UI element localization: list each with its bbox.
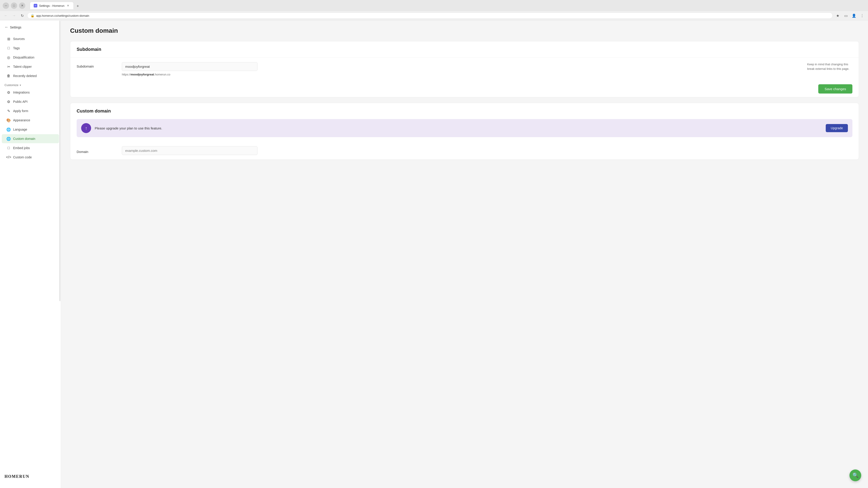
tab-title: Settings - Homerun bbox=[39, 4, 64, 7]
disqualification-icon: ◎ bbox=[6, 55, 11, 60]
upgrade-button[interactable]: Upgrade bbox=[826, 124, 848, 132]
domain-form-label: Domain bbox=[76, 148, 122, 154]
tags-icon: □ bbox=[6, 46, 11, 51]
custom-domain-icon: 🌐 bbox=[6, 136, 11, 141]
active-tab[interactable]: H Settings - Homerun ✕ bbox=[30, 2, 74, 9]
logo-text: HOMERUN bbox=[4, 474, 29, 479]
bookmark-button[interactable]: ★ bbox=[835, 12, 841, 19]
apply-form-icon: ✎ bbox=[6, 109, 11, 113]
sidebar-item-tags[interactable]: □ Tags bbox=[2, 43, 59, 53]
sidebar-item-appearance[interactable]: 🎨 Appearance bbox=[2, 116, 59, 125]
browser-controls: ─ □ ✕ bbox=[3, 2, 25, 9]
maximize-button[interactable]: □ bbox=[11, 2, 17, 9]
sidebar-item-label: Recently deleted bbox=[13, 74, 37, 78]
custom-code-icon: </> bbox=[6, 155, 11, 160]
customize-label: Customize bbox=[4, 84, 18, 87]
forward-navigation-button[interactable]: → bbox=[11, 12, 17, 19]
sidebar-item-custom-domain[interactable]: 🌐 Custom domain bbox=[2, 134, 59, 143]
recently-deleted-icon: 🗑 bbox=[6, 74, 11, 78]
sidebar-item-label: Tags bbox=[13, 46, 20, 50]
sidebar-toggle-button[interactable]: ▭ bbox=[843, 12, 849, 19]
sidebar-item-embed-jobs[interactable]: □ Embed jobs bbox=[2, 143, 59, 153]
sources-icon: ⊞ bbox=[6, 37, 11, 41]
page-title: Custom domain bbox=[70, 27, 859, 34]
upload-arrow-icon: ↑ bbox=[85, 126, 87, 131]
sidebar-item-label: Custom code bbox=[13, 156, 32, 159]
homerun-logo: HOMERUN bbox=[0, 470, 61, 484]
subdomain-url-display: https://moodjoyforgreat.homerun.co bbox=[122, 73, 802, 76]
sidebar-item-public-api[interactable]: ⚙ Public API bbox=[2, 97, 59, 106]
sidebar-item-disqualification[interactable]: ◎ Disqualification bbox=[2, 53, 59, 62]
settings-title: Settings bbox=[10, 26, 22, 29]
back-to-settings-button[interactable]: ← Settings bbox=[4, 25, 22, 30]
upgrade-banner-text: Please upgrade your plan to use this fea… bbox=[95, 126, 822, 130]
chat-search-button[interactable]: 🔍 bbox=[849, 469, 861, 481]
sidebar-item-label: Apply form bbox=[13, 109, 28, 113]
new-tab-button[interactable]: + bbox=[74, 3, 81, 9]
main-content: Custom domain Subdomain Subdomain https:… bbox=[61, 20, 868, 488]
sidebar-navigation: ⊞ Sources □ Tags ◎ Disqualification ✂ Ta… bbox=[0, 34, 61, 470]
sidebar-scrollbar-track bbox=[59, 20, 60, 488]
tab-close-button[interactable]: ✕ bbox=[66, 4, 70, 7]
appearance-icon: 🎨 bbox=[6, 118, 11, 123]
reload-button[interactable]: ↻ bbox=[19, 12, 25, 19]
back-arrow-icon: ← bbox=[4, 25, 8, 30]
back-navigation-button[interactable]: ← bbox=[3, 12, 9, 19]
search-icon: 🔍 bbox=[852, 473, 859, 478]
close-button[interactable]: ✕ bbox=[19, 2, 25, 9]
subdomain-helper-text: Keep in mind that changing this break ex… bbox=[807, 62, 852, 71]
sidebar-item-label: Integrations bbox=[13, 91, 30, 94]
embed-jobs-icon: □ bbox=[6, 146, 11, 150]
address-bar[interactable]: 🔒 bbox=[27, 12, 833, 19]
lock-icon: 🔒 bbox=[31, 14, 34, 18]
tab-favicon: H bbox=[34, 4, 37, 7]
subdomain-form-row: Subdomain https://moodjoyforgreat.homeru… bbox=[70, 57, 859, 80]
sidebar-item-custom-code[interactable]: </> Custom code bbox=[2, 153, 59, 162]
sidebar-item-label: Custom domain bbox=[13, 137, 35, 140]
domain-input[interactable] bbox=[122, 146, 257, 155]
url-suffix: .homerun.co bbox=[154, 73, 170, 76]
custom-domain-section-card: Custom domain ↑ Please upgrade your plan… bbox=[70, 103, 859, 160]
browser-titlebar: ─ □ ✕ H Settings - Homerun ✕ + bbox=[0, 0, 868, 11]
domain-form-row: Domain bbox=[70, 142, 859, 160]
talent-clipper-icon: ✂ bbox=[6, 64, 11, 69]
sidebar-item-integrations[interactable]: ⚙ Integrations bbox=[2, 88, 59, 97]
sidebar-item-label: Talent clipper bbox=[13, 65, 32, 68]
upgrade-banner: ↑ Please upgrade your plan to use this f… bbox=[76, 119, 852, 137]
url-domain: moodjoyforgreat bbox=[131, 73, 154, 76]
subdomain-form-label: Subdomain bbox=[76, 62, 122, 68]
sidebar-item-talent-clipper[interactable]: ✂ Talent clipper bbox=[2, 62, 59, 71]
url-prefix: https:// bbox=[122, 73, 131, 76]
sidebar-item-label: Appearance bbox=[13, 119, 30, 122]
browser-menu-button[interactable]: ⋮ bbox=[859, 12, 865, 19]
sidebar-item-label: Language bbox=[13, 128, 27, 131]
custom-domain-section-title: Custom domain bbox=[70, 103, 859, 119]
app-container: ← Settings ⊞ Sources □ Tags ◎ Disqualifi… bbox=[0, 20, 868, 488]
sidebar-item-label: Disqualification bbox=[13, 56, 34, 59]
minimize-button[interactable]: ─ bbox=[3, 2, 9, 9]
language-icon: 🌐 bbox=[6, 127, 11, 132]
upgrade-icon: ↑ bbox=[81, 123, 91, 133]
sidebar-scrollbar-thumb[interactable] bbox=[59, 21, 60, 301]
chevron-down-icon: ▾ bbox=[20, 84, 21, 87]
subdomain-section-card: Subdomain Subdomain https://moodjoyforgr… bbox=[70, 41, 859, 97]
save-row: Save changes bbox=[70, 80, 859, 97]
sidebar-item-recently-deleted[interactable]: 🗑 Recently deleted bbox=[2, 71, 59, 80]
sidebar-item-label: Sources bbox=[13, 37, 25, 41]
public-api-icon: ⚙ bbox=[6, 99, 11, 104]
incognito-button[interactable]: 👤 bbox=[851, 12, 857, 19]
subdomain-input[interactable] bbox=[122, 62, 257, 71]
sidebar-item-language[interactable]: 🌐 Language bbox=[2, 125, 59, 134]
subdomain-section-title: Subdomain bbox=[70, 41, 859, 57]
address-bar-row: ← → ↻ 🔒 ★ ▭ 👤 ⋮ bbox=[0, 11, 868, 20]
tab-bar: H Settings - Homerun ✕ + bbox=[27, 2, 84, 9]
sidebar-item-label: Embed jobs bbox=[13, 146, 30, 150]
sidebar: ← Settings ⊞ Sources □ Tags ◎ Disqualifi… bbox=[0, 20, 61, 488]
sidebar-item-sources[interactable]: ⊞ Sources bbox=[2, 34, 59, 43]
sidebar-header: ← Settings bbox=[0, 25, 61, 34]
sidebar-item-apply-form[interactable]: ✎ Apply form bbox=[2, 106, 59, 116]
integrations-icon: ⚙ bbox=[6, 90, 11, 95]
save-changes-button[interactable]: Save changes bbox=[818, 84, 852, 94]
url-input[interactable] bbox=[36, 14, 829, 18]
customize-section-label[interactable]: Customize ▾ bbox=[0, 80, 61, 88]
